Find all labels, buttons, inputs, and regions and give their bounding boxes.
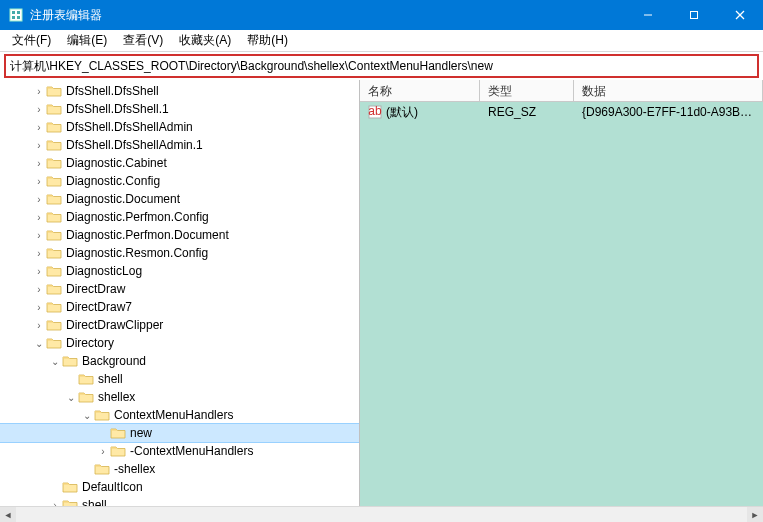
tree-item[interactable]: ›DiagnosticLog: [0, 262, 359, 280]
menu-favorites[interactable]: 收藏夹(A): [171, 30, 239, 51]
folder-icon: [46, 156, 62, 170]
chevron-down-icon[interactable]: ⌄: [64, 392, 78, 403]
chevron-right-icon[interactable]: ›: [32, 266, 46, 277]
tree-item[interactable]: ›DfsShell.DfsShell: [0, 82, 359, 100]
address-input[interactable]: [10, 59, 753, 73]
folder-icon: [46, 246, 62, 260]
folder-icon: [62, 498, 78, 506]
chevron-right-icon[interactable]: ›: [32, 320, 46, 331]
chevron-down-icon[interactable]: ⌄: [80, 410, 94, 421]
svg-text:ab: ab: [368, 105, 382, 118]
folder-icon: [46, 120, 62, 134]
tree-item[interactable]: ›DfsShell.DfsShellAdmin: [0, 118, 359, 136]
folder-icon: [110, 444, 126, 458]
value-type: REG_SZ: [480, 103, 574, 121]
address-bar: [4, 54, 759, 78]
chevron-down-icon[interactable]: ⌄: [32, 338, 46, 349]
svg-rect-0: [10, 9, 22, 21]
tree-item-label: -ContextMenuHandlers: [130, 444, 253, 458]
value-row[interactable]: ab(默认)REG_SZ{D969A300-E7FF-11d0-A93B-00A…: [360, 102, 763, 122]
folder-icon: [46, 228, 62, 242]
tree-item[interactable]: ›shell: [0, 496, 359, 506]
tree-item[interactable]: ⌄Directory: [0, 334, 359, 352]
tree-item[interactable]: ›Diagnostic.Document: [0, 190, 359, 208]
chevron-right-icon[interactable]: ›: [32, 230, 46, 241]
menu-help[interactable]: 帮助(H): [239, 30, 296, 51]
values-list[interactable]: ab(默认)REG_SZ{D969A300-E7FF-11d0-A93B-00A…: [360, 102, 763, 506]
column-type[interactable]: 类型: [480, 80, 574, 101]
close-button[interactable]: [717, 0, 763, 30]
tree-item-label: Diagnostic.Perfmon.Document: [66, 228, 229, 242]
tree-pane[interactable]: ›DfsShell.DfsShell›DfsShell.DfsShell.1›D…: [0, 80, 360, 506]
content-panes: ›DfsShell.DfsShell›DfsShell.DfsShell.1›D…: [0, 80, 763, 506]
tree-item[interactable]: ›Diagnostic.Config: [0, 172, 359, 190]
folder-icon: [46, 192, 62, 206]
tree-item[interactable]: ›DirectDraw7: [0, 298, 359, 316]
tree-item[interactable]: ·shell: [0, 370, 359, 388]
tree-item[interactable]: ›-ContextMenuHandlers: [0, 442, 359, 460]
tree-item-label: Diagnostic.Resmon.Config: [66, 246, 208, 260]
menu-edit[interactable]: 编辑(E): [59, 30, 115, 51]
tree-item[interactable]: ›DfsShell.DfsShellAdmin.1: [0, 136, 359, 154]
svg-rect-6: [691, 12, 698, 19]
tree-item[interactable]: ›Diagnostic.Cabinet: [0, 154, 359, 172]
tree-item-label: shell: [82, 498, 107, 506]
chevron-right-icon[interactable]: ›: [32, 104, 46, 115]
column-data[interactable]: 数据: [574, 80, 763, 101]
maximize-button[interactable]: [671, 0, 717, 30]
chevron-right-icon[interactable]: ›: [32, 122, 46, 133]
tree-item-label: Diagnostic.Perfmon.Config: [66, 210, 209, 224]
tree-item-label: DirectDraw7: [66, 300, 132, 314]
tree-item-label: Background: [82, 354, 146, 368]
folder-icon: [46, 138, 62, 152]
tree-item-label: -shellex: [114, 462, 155, 476]
tree-item-label: Directory: [66, 336, 114, 350]
tree-item-label: Diagnostic.Cabinet: [66, 156, 167, 170]
twisty-blank: ·: [64, 374, 78, 385]
tree-item[interactable]: ›Diagnostic.Perfmon.Config: [0, 208, 359, 226]
tree-item[interactable]: ›DirectDrawClipper: [0, 316, 359, 334]
chevron-right-icon[interactable]: ›: [96, 446, 110, 457]
folder-icon: [46, 210, 62, 224]
minimize-button[interactable]: [625, 0, 671, 30]
column-name[interactable]: 名称: [360, 80, 480, 101]
menu-bar: 文件(F) 编辑(E) 查看(V) 收藏夹(A) 帮助(H): [0, 30, 763, 52]
tree-item[interactable]: ›Diagnostic.Resmon.Config: [0, 244, 359, 262]
scroll-left-button[interactable]: ◄: [0, 507, 16, 522]
chevron-right-icon[interactable]: ›: [32, 158, 46, 169]
folder-icon: [46, 282, 62, 296]
window-controls: [625, 0, 763, 30]
chevron-right-icon[interactable]: ›: [32, 194, 46, 205]
tree-item[interactable]: ›DirectDraw: [0, 280, 359, 298]
folder-icon: [46, 84, 62, 98]
tree-item-label: Diagnostic.Config: [66, 174, 160, 188]
folder-icon: [46, 336, 62, 350]
chevron-right-icon[interactable]: ›: [32, 176, 46, 187]
tree-item[interactable]: ›DfsShell.DfsShell.1: [0, 100, 359, 118]
tree-item[interactable]: ⌄Background: [0, 352, 359, 370]
scroll-right-button[interactable]: ►: [747, 507, 763, 522]
tree-item[interactable]: ·DefaultIcon: [0, 478, 359, 496]
values-pane: 名称 类型 数据 ab(默认)REG_SZ{D969A300-E7FF-11d0…: [360, 80, 763, 506]
chevron-right-icon[interactable]: ›: [32, 302, 46, 313]
tree-item[interactable]: ⌄ContextMenuHandlers: [0, 406, 359, 424]
tree-item-label: shell: [98, 372, 123, 386]
tree-item-label: DirectDraw: [66, 282, 125, 296]
menu-view[interactable]: 查看(V): [115, 30, 171, 51]
registry-tree: ›DfsShell.DfsShell›DfsShell.DfsShell.1›D…: [0, 82, 359, 506]
chevron-right-icon[interactable]: ›: [32, 248, 46, 259]
tree-item[interactable]: ·-shellex: [0, 460, 359, 478]
chevron-right-icon[interactable]: ›: [32, 86, 46, 97]
horizontal-scrollbar[interactable]: ◄ ►: [0, 506, 763, 522]
tree-item[interactable]: ›Diagnostic.Perfmon.Document: [0, 226, 359, 244]
chevron-right-icon[interactable]: ›: [32, 140, 46, 151]
folder-icon: [62, 480, 78, 494]
values-header: 名称 类型 数据: [360, 80, 763, 102]
string-value-icon: ab: [368, 105, 382, 119]
chevron-down-icon[interactable]: ⌄: [48, 356, 62, 367]
tree-item[interactable]: ⌄shellex: [0, 388, 359, 406]
menu-file[interactable]: 文件(F): [4, 30, 59, 51]
chevron-right-icon[interactable]: ›: [32, 284, 46, 295]
chevron-right-icon[interactable]: ›: [32, 212, 46, 223]
tree-item[interactable]: ·new: [0, 424, 359, 442]
